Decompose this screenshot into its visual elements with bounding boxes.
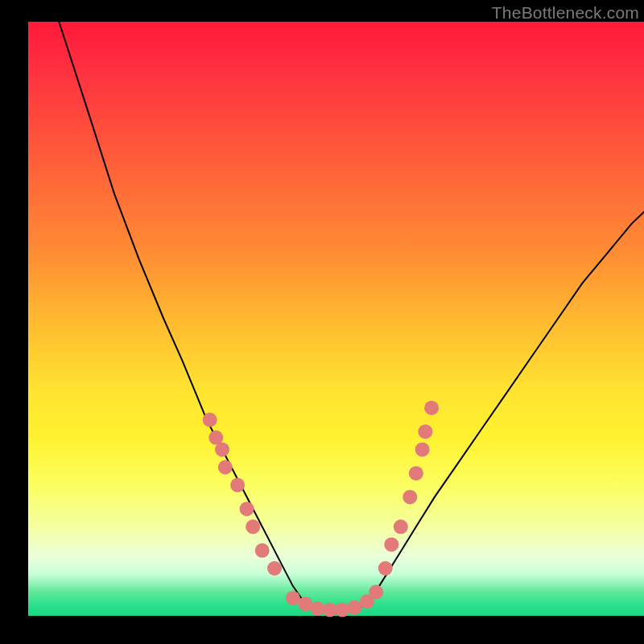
- chart-svg: [28, 22, 644, 616]
- scatter-group: [203, 401, 439, 617]
- dot-left-dots: [255, 543, 270, 558]
- dot-valley-dots: [369, 585, 383, 600]
- dot-left-dots: [240, 502, 254, 516]
- dot-right-dots: [402, 489, 417, 504]
- curve-group: [59, 22, 644, 613]
- dot-right-dots: [415, 442, 430, 456]
- dot-right-dots: [409, 466, 423, 481]
- dot-valley-dots: [348, 601, 362, 615]
- dot-valley-dots: [311, 601, 325, 616]
- watermark-text: TheBottleneck.com: [492, 3, 639, 23]
- dot-left-dots: [246, 519, 260, 534]
- chart-frame: TheBottleneck.com: [28, 0, 644, 616]
- series-right-curve: [367, 212, 644, 604]
- dot-right-dots: [378, 561, 393, 576]
- dot-left-dots: [230, 478, 245, 493]
- dot-right-dots: [424, 401, 439, 415]
- dot-right-dots: [418, 424, 432, 439]
- dot-valley-dots: [323, 603, 337, 617]
- dot-left-dots: [215, 442, 229, 456]
- dot-right-dots: [394, 519, 408, 534]
- series-left-curve: [59, 22, 305, 604]
- dot-left-dots: [203, 413, 217, 427]
- dot-left-dots: [267, 561, 282, 576]
- dot-left-dots: [218, 460, 233, 475]
- dot-right-dots: [384, 537, 398, 551]
- dot-valley-dots: [286, 591, 300, 605]
- dot-valley-dots: [335, 603, 349, 617]
